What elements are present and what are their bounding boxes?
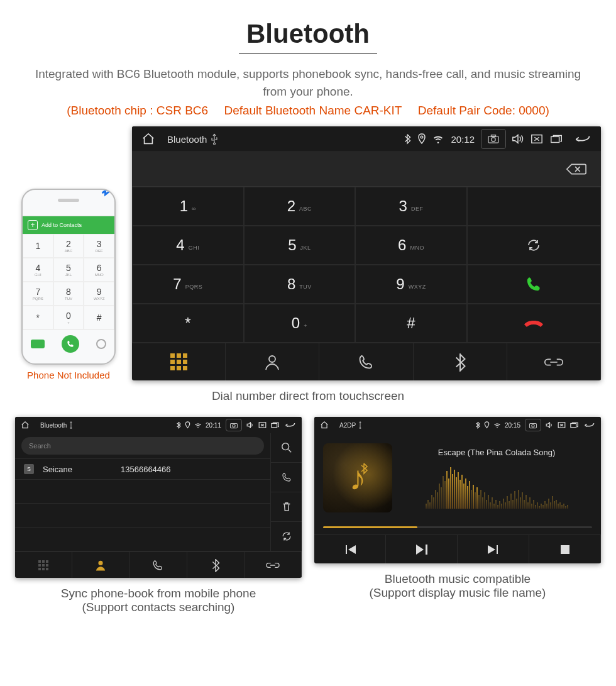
recent-apps-icon[interactable] [270,421,280,429]
spec-code: Default Pair Code: 0000) [418,104,549,117]
dial-key-6[interactable]: 6MNO [355,226,467,265]
page-description: Integrated with BC6 Bluetooth module, su… [0,65,616,100]
wifi-icon [493,423,501,428]
next-button[interactable] [458,535,529,563]
back-icon[interactable] [283,421,296,429]
tab-contacts[interactable] [226,343,319,380]
back-icon[interactable] [573,133,591,145]
call-button[interactable] [271,463,302,492]
svg-rect-5 [551,136,559,142]
contact-name: Seicane [43,465,112,474]
dial-key-3[interactable]: 3DEF [355,187,467,226]
contact-row[interactable]: S Seicane 13566664466 [15,459,270,480]
dial-display [132,152,601,187]
back-icon[interactable] [583,421,595,429]
dial-key-4[interactable]: 4GHI [132,226,244,265]
delete-button[interactable] [271,492,302,522]
close-window-icon[interactable] [558,421,566,429]
phone-add-contacts-label: Add to Contacts [41,222,82,228]
dial-key-7[interactable]: 7PQRS [132,265,244,304]
screenshot-icon[interactable] [226,419,242,431]
dial-key-*[interactable]: * [132,304,244,343]
location-icon [417,133,426,145]
dial-key-9[interactable]: 9WXYZ [355,265,467,304]
contact-badge: S [24,464,34,474]
page-title: Bluetooth [0,19,616,49]
phone-not-included: Phone Not Included [15,370,122,380]
tab-bluetooth[interactable] [414,343,507,380]
phone-key: # [84,306,114,329]
bluetooth-icon [404,133,411,145]
dial-key-8[interactable]: 8TUV [244,265,356,304]
bluetooth-icon [176,421,181,429]
stop-button[interactable] [529,535,601,563]
svg-point-14 [532,424,534,427]
wifi-icon [194,423,202,428]
sync-action[interactable] [467,226,601,265]
music-status-bar: A2DP 20:15 [314,417,601,433]
music-note-icon: ♪ [349,458,366,497]
dial-key-0[interactable]: 0+ [244,304,356,343]
dial-key-5[interactable]: 5JKL [244,226,356,265]
tab-recent[interactable] [319,343,413,380]
screenshot-icon[interactable] [525,419,541,431]
volume-icon[interactable] [246,421,255,429]
dial-key-1[interactable]: 1∞ [132,187,244,226]
close-window-icon[interactable] [258,421,267,429]
dial-key-#[interactable]: # [355,304,467,343]
recent-apps-icon[interactable] [569,421,579,429]
usb-icon [69,421,74,429]
contacts-status-bar: Bluetooth 20:11 [15,417,302,433]
dial-key-2[interactable]: 2ABC [244,187,356,226]
tab-pair[interactable] [245,552,302,578]
hangup-action[interactable] [467,304,601,343]
bluetooth-tab-icon [211,558,220,572]
tab-pair[interactable] [507,343,601,380]
svg-point-2 [492,138,495,141]
tab-bluetooth[interactable] [187,552,245,578]
volume-icon[interactable] [546,421,554,429]
spec-chip: (Bluetooth chip : CSR BC6 [67,104,208,117]
close-window-icon[interactable] [531,133,543,145]
tab-keypad[interactable] [132,343,226,380]
bluetooth-icon [475,421,480,429]
recent-apps-icon[interactable] [549,133,563,145]
sync-button[interactable] [271,522,302,551]
contact-row-empty [15,528,270,551]
phone-key: 7PQRS [23,282,53,306]
person-icon [94,559,107,572]
contact-number: 13566664466 [121,465,171,474]
track-title: Escape (The Pina Colada Song) [401,448,592,457]
home-icon[interactable] [141,132,155,146]
search-input[interactable]: Search [21,437,264,455]
tab-recent[interactable] [129,552,187,578]
backspace-icon[interactable] [566,162,587,177]
play-pause-button[interactable] [386,535,458,563]
home-icon[interactable] [21,421,30,429]
status-title: Bluetooth [40,422,67,429]
prev-button[interactable] [314,535,386,563]
screenshot-icon[interactable] [481,129,506,149]
contacts-caption: Sync phone-book from mobile phone (Suppo… [15,587,302,614]
volume-icon[interactable] [512,133,524,145]
dialer-caption: Dial number direct from touchscreen [0,389,616,403]
home-icon[interactable] [320,421,329,429]
equalizer [401,465,592,509]
search-button[interactable] [271,433,302,463]
status-time: 20:15 [505,422,520,429]
tab-keypad[interactable] [15,552,72,578]
add-icon: + [28,220,38,230]
phone-key: 0+ [53,306,84,329]
phone-key: 4GHI [23,258,53,282]
svg-rect-16 [571,424,576,428]
tab-contacts[interactable] [72,552,129,578]
bluetooth-signal-icon [94,189,116,202]
phone-keypad: 12ABC3DEF4GHI5JKL6MNO7PQRS8TUV9WXYZ*0+# [23,234,114,329]
call-action[interactable] [467,265,601,304]
phone-key: 3DEF [84,234,114,258]
status-bar: Bluetooth 20:12 [132,126,601,152]
status-time: 20:11 [206,422,221,429]
search-placeholder: Search [29,442,51,450]
sms-icon [31,340,45,348]
progress-bar[interactable] [323,526,592,528]
